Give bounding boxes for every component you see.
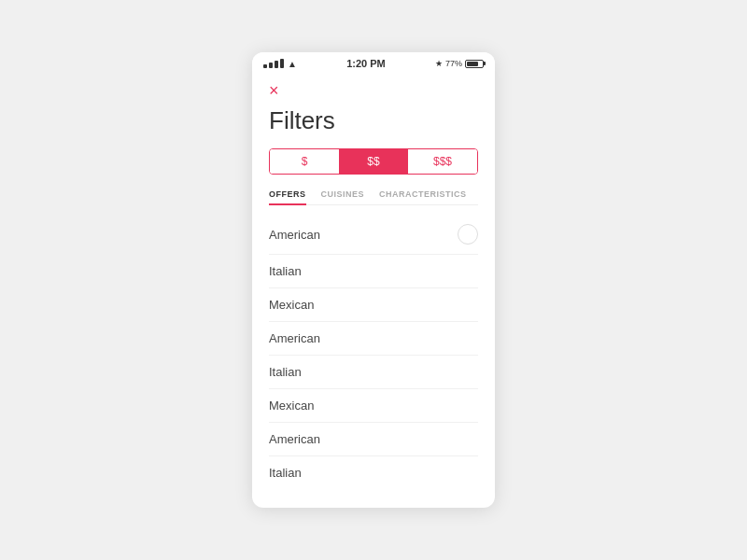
bluetooth-icon: ★ — [435, 59, 443, 68]
item-label: American — [269, 331, 320, 345]
list-item[interactable]: Mexican — [269, 389, 478, 423]
list-item[interactable]: Italian — [269, 255, 478, 288]
tab-bar: OFFERS CUISINES CHARACTERISTICS — [269, 189, 478, 205]
item-label: Mexican — [269, 399, 314, 413]
item-label: Mexican — [269, 298, 314, 312]
list-item[interactable]: Italian — [269, 356, 478, 389]
item-label: Italian — [269, 264, 302, 278]
price-button-1[interactable]: $ — [270, 149, 339, 174]
wifi-icon: ▲ — [288, 59, 297, 69]
list-item[interactable]: Italian — [269, 456, 478, 489]
item-label: American — [269, 228, 320, 242]
battery-icon — [465, 60, 484, 68]
price-filter: $ $$ $$$ — [269, 148, 478, 175]
list-item[interactable]: American — [269, 423, 478, 456]
item-label: Italian — [269, 466, 302, 480]
item-label: American — [269, 432, 320, 446]
tab-cuisines[interactable]: CUISINES — [321, 189, 365, 204]
phone-frame: ▲ 1:20 PM ★ 77% × Filters $ $$ $$$ OFFER… — [252, 52, 495, 508]
tab-offers[interactable]: OFFERS — [269, 189, 306, 204]
list-item[interactable]: American — [269, 215, 478, 255]
status-right: ★ 77% — [435, 59, 484, 68]
filter-list: American Italian Mexican American Italia… — [269, 215, 478, 489]
price-button-2[interactable]: $$ — [339, 149, 408, 174]
list-item[interactable]: Mexican — [269, 288, 478, 322]
toggle-circle[interactable] — [458, 224, 478, 245]
status-left: ▲ — [263, 59, 297, 69]
tab-characteristics[interactable]: CHARACTERISTICS — [379, 189, 467, 204]
item-label: Italian — [269, 365, 302, 379]
page-title: Filters — [269, 106, 478, 135]
status-time: 1:20 PM — [346, 58, 386, 69]
battery-percentage: 77% — [445, 59, 462, 68]
main-content: × Filters $ $$ $$$ OFFERS CUISINES CHARA… — [252, 73, 495, 508]
signal-icon — [263, 59, 284, 68]
price-button-3[interactable]: $$$ — [408, 149, 477, 174]
close-button[interactable]: × — [269, 82, 279, 99]
status-bar: ▲ 1:20 PM ★ 77% — [252, 52, 495, 73]
list-item[interactable]: American — [269, 322, 478, 356]
